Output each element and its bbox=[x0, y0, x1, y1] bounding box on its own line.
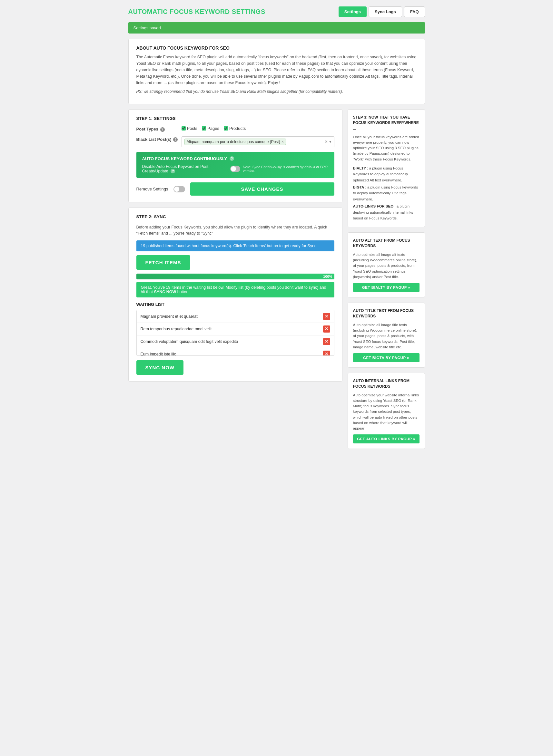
bigta-title: AUTO TITLE TEXT FROM FOCUS KEYWORDS bbox=[353, 308, 419, 319]
disable-auto-focus-row: Disable Auto Focus Keyword on Post Creat… bbox=[142, 164, 329, 174]
remove-settings-toggle[interactable] bbox=[173, 186, 185, 192]
step2-card: STEP 2: SYNC Before adding your Focus Ke… bbox=[128, 207, 342, 382]
remove-settings-label: Remove Settings bbox=[136, 187, 168, 191]
about-paragraph-ps: PS: we strongly recommend that you do no… bbox=[136, 89, 417, 95]
plugin-name: BIGTA bbox=[353, 185, 364, 189]
step3-sidebar: STEP 3: NOW THAT YOU HAVE FOCUS KEYWORDS… bbox=[347, 109, 425, 227]
step3-plugins-list: BIALTY : a plugin using Focus Keywords t… bbox=[353, 165, 419, 222]
left-column: STEP 1: SETTINGS Post Types ? Posts bbox=[128, 109, 342, 382]
bialty-text: Auto optimize all image alt texts (inclu… bbox=[353, 252, 419, 280]
step3-text: Once all your focus keywords are added e… bbox=[353, 134, 419, 162]
auto-focus-help-icon[interactable]: ? bbox=[230, 156, 234, 161]
list-item: Commodi voluptatem quisquam odit fugit v… bbox=[137, 336, 334, 348]
sync-logs-button[interactable]: Sync Logs bbox=[369, 6, 402, 17]
list-item: AUTO-LINKS FOR SEO : a plugin deploying … bbox=[353, 203, 419, 222]
blacklist-tag: Aliquam numquam porro delectus quas cumq… bbox=[184, 138, 286, 145]
waiting-item-text: Eum impedit iste illo bbox=[141, 352, 176, 356]
bigta-text: Auto optimize all image title texts (inc… bbox=[353, 322, 419, 350]
info-blue-text: 19 published items found without focus k… bbox=[141, 244, 318, 248]
bigta-cta-button[interactable]: GET BIGTA BY PAGUP » bbox=[353, 353, 419, 362]
plugin-name: BIALTY bbox=[353, 166, 366, 170]
waiting-item-text: Magnam provident et et quaerat bbox=[141, 314, 198, 319]
sync-now-button[interactable]: SYNC NOW bbox=[136, 360, 184, 375]
tag-input-icons: ✕ ▾ bbox=[324, 139, 331, 144]
list-item: Rem temporibus repudiandae modi velit ✕ bbox=[137, 323, 334, 336]
progress-bar: 100% bbox=[136, 274, 334, 279]
products-label: Products bbox=[229, 126, 246, 131]
waiting-item-text: Commodi voluptatem quisquam odit fugit v… bbox=[141, 339, 238, 344]
progress-label: 100% bbox=[323, 275, 332, 278]
posts-checkbox[interactable] bbox=[181, 126, 186, 130]
post-types-checkboxes: Posts Pages Products bbox=[181, 126, 246, 131]
blacklist-row: Black List Post(s) ? Aliquam numquam por… bbox=[136, 136, 334, 147]
autolinks-cta-button[interactable]: GET AUTO LINKS BY PAGUP » bbox=[353, 435, 419, 444]
blacklist-help-icon[interactable]: ? bbox=[173, 137, 178, 142]
delete-item-button[interactable]: ✕ bbox=[323, 325, 330, 333]
settings-saved-notice: Settings saved. bbox=[128, 22, 425, 33]
auto-focus-section: AUTO FOCUS KEYWORD CONTINUOUSLY ? Disabl… bbox=[136, 152, 334, 178]
chevron-down-icon[interactable]: ▾ bbox=[329, 139, 331, 144]
bialty-cta-button[interactable]: GET BIALTY BY PAGUP » bbox=[353, 283, 419, 292]
products-checkbox[interactable] bbox=[224, 126, 228, 130]
faq-button[interactable]: FAQ bbox=[404, 6, 425, 17]
blacklist-input[interactable]: Aliquam numquam porro delectus quas cumq… bbox=[181, 136, 334, 147]
list-item: BIALTY : a plugin using Focus Keywords t… bbox=[353, 165, 419, 184]
about-title: ABOUT AUTO FOCUS KEYWORD FOR SEO bbox=[136, 45, 417, 51]
about-box: ABOUT AUTO FOCUS KEYWORD FOR SEO The Aut… bbox=[128, 39, 425, 104]
waiting-item-text: Rem temporibus repudiandae modi velit bbox=[141, 327, 212, 331]
step1-card: STEP 1: SETTINGS Post Types ? Posts bbox=[128, 109, 342, 202]
posts-checkbox-label[interactable]: Posts bbox=[181, 126, 198, 131]
step2-description: Before adding your Focus Keywords, you s… bbox=[136, 224, 334, 237]
autolinks-text: Auto optimize your website internal link… bbox=[353, 392, 419, 432]
bialty-card: AUTO ALT TEXT FROM FOCUS KEYWORDS Auto o… bbox=[347, 232, 425, 297]
post-types-label: Post Types ? bbox=[136, 126, 178, 132]
blacklist-label: Black List Post(s) ? bbox=[136, 136, 178, 142]
delete-item-button[interactable]: ✕ bbox=[323, 313, 330, 320]
settings-button[interactable]: Settings bbox=[338, 6, 367, 17]
waiting-list-scroll[interactable]: Magnam provident et et quaerat ✕ Rem tem… bbox=[137, 310, 334, 356]
save-changes-button[interactable]: SAVE CHANGES bbox=[190, 182, 334, 196]
main-layout: STEP 1: SETTINGS Post Types ? Posts bbox=[128, 109, 425, 449]
page-header: AUTOMATIC FOCUS KEYWORD SETTINGS Setting… bbox=[128, 6, 425, 17]
list-item: Magnam provident et et quaerat ✕ bbox=[137, 310, 334, 323]
remove-settings-row: Remove Settings SAVE CHANGES bbox=[136, 182, 334, 196]
toggle-note: Note: Sync Continuously is enabled by de… bbox=[243, 165, 329, 173]
notice-text: Settings saved. bbox=[134, 25, 162, 30]
disable-auto-focus-label: Disable Auto Focus Keyword on Post Creat… bbox=[142, 164, 230, 174]
toggle-wrapper: Note: Sync Continuously is enabled by de… bbox=[230, 165, 329, 173]
plugin-name: AUTO-LINKS FOR SEO bbox=[353, 204, 394, 208]
products-checkbox-label[interactable]: Products bbox=[224, 126, 246, 131]
delete-item-button[interactable]: ✕ bbox=[323, 351, 330, 356]
info-green-text: Great. You've 19 items in the waiting li… bbox=[141, 285, 326, 294]
info-blue-banner: 19 published items found without focus k… bbox=[136, 241, 334, 251]
page-title: AUTOMATIC FOCUS KEYWORD SETTINGS bbox=[128, 8, 265, 15]
disable-help-icon[interactable]: ? bbox=[171, 169, 175, 173]
header-buttons: Settings Sync Logs FAQ bbox=[338, 6, 425, 17]
step1-title: STEP 1: SETTINGS bbox=[136, 116, 334, 121]
progress-fill bbox=[136, 274, 334, 279]
bigta-card: AUTO TITLE TEXT FROM FOCUS KEYWORDS Auto… bbox=[347, 303, 425, 368]
step3-title: STEP 3: NOW THAT YOU HAVE FOCUS KEYWORDS… bbox=[353, 115, 419, 131]
fetch-items-button[interactable]: FETCH ITEMS bbox=[136, 255, 190, 270]
pages-checkbox[interactable] bbox=[202, 126, 206, 130]
right-column: STEP 3: NOW THAT YOU HAVE FOCUS KEYWORDS… bbox=[347, 109, 425, 449]
posts-label: Posts bbox=[187, 126, 198, 131]
auto-focus-toggle[interactable] bbox=[230, 166, 240, 172]
clear-icon[interactable]: ✕ bbox=[324, 139, 328, 144]
autolinks-card: AUTO INTERNAL LINKS FROM FOCUS KEYWORDS … bbox=[347, 373, 425, 449]
autolinks-title: AUTO INTERNAL LINKS FROM FOCUS KEYWORDS bbox=[353, 378, 419, 389]
bialty-title: AUTO ALT TEXT FROM FOCUS KEYWORDS bbox=[353, 238, 419, 249]
pages-label: Pages bbox=[207, 126, 219, 131]
info-green-banner: Great. You've 19 items in the waiting li… bbox=[136, 282, 334, 297]
post-types-help-icon[interactable]: ? bbox=[160, 127, 165, 132]
pages-checkbox-label[interactable]: Pages bbox=[202, 126, 219, 131]
auto-focus-title: AUTO FOCUS KEYWORD CONTINUOUSLY ? bbox=[142, 156, 329, 161]
list-item: BIGTA : a plugin using Focus keywords to… bbox=[353, 184, 419, 203]
delete-item-button[interactable]: ✕ bbox=[323, 338, 330, 345]
post-types-row: Post Types ? Posts Pages bbox=[136, 126, 334, 132]
list-item: Eum impedit iste illo ✕ bbox=[137, 348, 334, 356]
step2-title: STEP 2: SYNC bbox=[136, 214, 334, 219]
about-paragraph-1: The Automatic Focus keyword for SEO plug… bbox=[136, 54, 417, 86]
blacklist-tag-remove[interactable]: × bbox=[282, 139, 284, 144]
waiting-list-title: WAITING LIST bbox=[136, 302, 334, 307]
